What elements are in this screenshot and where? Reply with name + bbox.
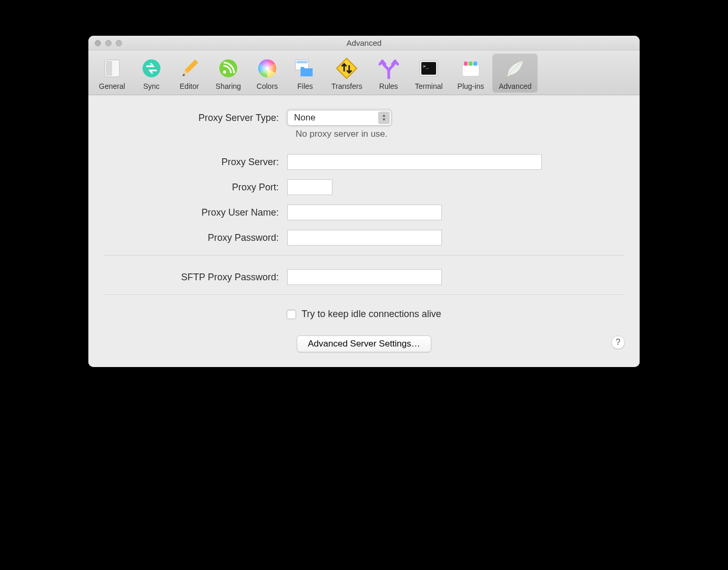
tab-label: General bbox=[99, 82, 125, 90]
tab-editor[interactable]: Editor bbox=[171, 54, 207, 93]
separator bbox=[103, 255, 625, 256]
content-pane: Proxy Server Type: None ▲▼ No proxy serv… bbox=[88, 95, 640, 367]
tab-advanced[interactable]: Advanced bbox=[492, 54, 538, 93]
proxy-type-value: None bbox=[294, 113, 316, 123]
rules-split-icon bbox=[377, 57, 400, 80]
svg-point-8 bbox=[223, 70, 226, 74]
svg-rect-11 bbox=[297, 61, 308, 64]
rss-icon bbox=[217, 57, 240, 80]
svg-point-9 bbox=[258, 59, 276, 77]
proxy-server-input[interactable] bbox=[287, 154, 542, 170]
row-proxy-user: Proxy User Name: bbox=[103, 205, 625, 220]
svg-text:>_: >_ bbox=[423, 64, 429, 69]
tab-label: Plug-ins bbox=[458, 82, 484, 90]
svg-rect-17 bbox=[464, 62, 468, 66]
switch-icon bbox=[100, 57, 124, 80]
question-mark-icon: ? bbox=[616, 338, 621, 347]
tab-label: Sharing bbox=[216, 82, 241, 90]
footer-row: Advanced Server Settings… ? bbox=[103, 335, 625, 352]
titlebar: Advanced bbox=[88, 36, 640, 50]
keep-alive-checkbox[interactable] bbox=[287, 310, 296, 319]
tab-plugins[interactable]: Plug-ins bbox=[451, 54, 491, 93]
tab-general[interactable]: General bbox=[93, 54, 132, 93]
tab-label: Terminal bbox=[415, 82, 443, 90]
pencil-icon bbox=[178, 57, 201, 80]
proxy-type-popup[interactable]: None ▲▼ bbox=[287, 110, 391, 126]
traffic-lights bbox=[95, 40, 122, 46]
tab-label: Files bbox=[297, 82, 313, 90]
chevron-up-down-icon: ▲▼ bbox=[378, 111, 390, 124]
leaf-icon bbox=[503, 57, 527, 80]
lego-brick-icon bbox=[459, 57, 482, 80]
files-icon bbox=[294, 57, 317, 80]
preferences-toolbar: General Sync Editor bbox=[88, 50, 640, 95]
tab-transfers[interactable]: Transfers bbox=[325, 54, 369, 93]
tab-rules[interactable]: Rules bbox=[371, 54, 407, 93]
tab-label: Editor bbox=[180, 82, 199, 90]
tab-label: Colors bbox=[257, 82, 278, 90]
svg-rect-19 bbox=[473, 62, 477, 66]
proxy-user-input[interactable] bbox=[287, 205, 442, 220]
color-wheel-icon bbox=[256, 57, 279, 80]
svg-marker-12 bbox=[337, 58, 357, 78]
row-keep-alive: Try to keep idle connections alive bbox=[103, 309, 625, 320]
proxy-user-label: Proxy User Name: bbox=[103, 207, 287, 218]
proxy-type-label: Proxy Server Type: bbox=[103, 113, 287, 124]
keep-alive-label: Try to keep idle connections alive bbox=[301, 309, 441, 320]
tab-label: Rules bbox=[379, 82, 398, 90]
tab-label: Transfers bbox=[331, 82, 362, 90]
tab-label: Advanced bbox=[499, 82, 531, 90]
window-title: Advanced bbox=[95, 38, 633, 47]
help-button[interactable]: ? bbox=[611, 335, 625, 349]
close-button[interactable] bbox=[95, 40, 101, 46]
svg-rect-1 bbox=[106, 61, 112, 76]
separator bbox=[103, 294, 625, 295]
advanced-server-settings-button[interactable]: Advanced Server Settings… bbox=[297, 335, 431, 352]
proxy-port-input[interactable] bbox=[287, 179, 332, 195]
tab-files[interactable]: Files bbox=[287, 54, 323, 93]
proxy-password-label: Proxy Password: bbox=[103, 232, 287, 243]
svg-rect-2 bbox=[112, 61, 118, 76]
minimize-button[interactable] bbox=[105, 40, 112, 46]
preferences-window: Advanced General Sync bbox=[88, 36, 640, 367]
row-proxy-server: Proxy Server: bbox=[103, 154, 625, 170]
row-proxy-port: Proxy Port: bbox=[103, 179, 625, 195]
proxy-hint: No proxy server in use. bbox=[296, 129, 625, 139]
tab-label: Sync bbox=[143, 82, 159, 90]
transfers-sign-icon bbox=[335, 57, 358, 80]
proxy-port-label: Proxy Port: bbox=[103, 182, 287, 193]
proxy-password-input[interactable] bbox=[287, 230, 442, 246]
terminal-icon: >_ bbox=[417, 57, 440, 80]
row-proxy-password: Proxy Password: bbox=[103, 230, 625, 246]
sftp-password-label: SFTP Proxy Password: bbox=[103, 272, 287, 283]
tab-colors[interactable]: Colors bbox=[249, 54, 285, 93]
tab-sync[interactable]: Sync bbox=[134, 54, 169, 93]
svg-rect-16 bbox=[462, 65, 479, 76]
svg-rect-18 bbox=[469, 62, 472, 66]
tab-terminal[interactable]: >_ Terminal bbox=[409, 54, 449, 93]
row-proxy-type: Proxy Server Type: None ▲▼ bbox=[103, 110, 625, 126]
svg-point-3 bbox=[143, 59, 160, 77]
proxy-server-label: Proxy Server: bbox=[103, 157, 287, 168]
row-sftp-password: SFTP Proxy Password: bbox=[103, 269, 625, 285]
zoom-button[interactable] bbox=[116, 40, 122, 46]
sftp-password-input[interactable] bbox=[287, 269, 442, 285]
sync-icon bbox=[140, 57, 163, 80]
tab-sharing[interactable]: Sharing bbox=[209, 54, 247, 93]
